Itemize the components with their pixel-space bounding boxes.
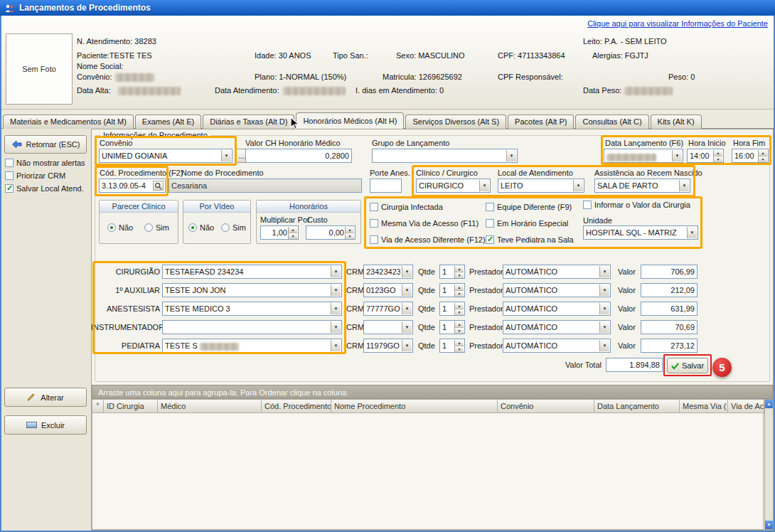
local-atendimento-select[interactable]: LEITO ▼ [498,179,584,193]
patient-info-link[interactable]: Clique aqui para visualizar Informações … [587,19,768,28]
pediatra-valor-field[interactable]: 273,12 [641,339,698,353]
auxiliar-prestador-select[interactable]: AUTOMÁTICO ▼ [503,283,611,297]
auxiliar-valor-field[interactable]: 212,09 [641,283,698,297]
spinner-arrows-icon[interactable]: ▲▼ [454,266,464,277]
column-header-convenio[interactable]: Convênio [498,399,594,413]
chevron-down-icon[interactable]: ▼ [599,340,609,351]
video-sim-radio[interactable]: Sim [221,223,246,232]
clinico-cirurgico-select[interactable]: CIRURGICO ▼ [416,179,491,193]
chevron-down-icon[interactable]: ▼ [599,303,609,314]
instrumentador-valor-field[interactable]: 70,69 [641,320,698,334]
column-header-cod-procedimento[interactable]: Cód. Procedimento [262,399,331,413]
pediatra-prestador-select[interactable]: AUTOMÁTICO ▼ [503,339,611,353]
chevron-down-icon[interactable]: ▼ [221,150,231,161]
equipe-diferente-checkbox[interactable]: Equipe Diferente (F9) [486,203,572,211]
retornar-button[interactable]: Retornar (ESC) [4,135,87,154]
scroll-down-icon[interactable]: ▼ [765,521,773,529]
parecer-nao-radio[interactable]: Não [107,223,133,232]
chevron-down-icon[interactable]: ▼ [506,150,516,161]
search-icon[interactable] [153,181,164,191]
data-lancamento-select[interactable]: ▼ [604,149,683,163]
hora-fim-field[interactable]: 16:00 ▲▼ [732,149,769,163]
tab-pacotes[interactable]: Pacotes (Alt P) [508,115,574,129]
pediatra-crm-select[interactable]: 11979GO ▼ [363,339,413,353]
pediatra-select[interactable]: TESTE S ▼ [162,339,342,353]
auxiliar-qtde-field[interactable]: 1 ▲▼ [439,283,465,297]
nao-mostrar-alertas-checkbox[interactable]: Não mostrar alertas [5,159,85,167]
column-header-medico[interactable]: Médico [158,399,262,413]
column-header-via-de-acesso[interactable]: Via de Acesso [728,399,764,413]
spinner-arrows-icon[interactable]: ▲▼ [454,321,464,333]
mesma-via-acesso-checkbox[interactable]: Mesma Via de Acesso (F11) [370,219,479,228]
instrumentador-select[interactable]: ▼ [162,320,342,334]
video-nao-radio[interactable]: Não [188,223,214,232]
chevron-down-icon[interactable]: ▼ [402,340,412,351]
cirurgia-infectada-checkbox[interactable]: Cirurgia Infectada [370,203,443,211]
cirurgiao-valor-field[interactable]: 706,99 [641,265,698,279]
unidade-select[interactable]: HOSPITAL SQL - MATRIZ ▼ [583,225,698,240]
chevron-down-icon[interactable]: ▼ [687,227,697,238]
spinner-arrows-icon[interactable]: ▲▼ [454,284,464,296]
tab-exames[interactable]: Exames (Alt E) [135,115,201,129]
tab-consultas[interactable]: Consultas (Alt C) [575,115,648,129]
spinner-arrows-icon[interactable]: ▲▼ [345,227,354,238]
chevron-down-icon[interactable]: ▼ [599,266,609,277]
cod-procedimento-field[interactable]: 3.13.09.05-4 [99,179,166,193]
informar-valor-cirurgia-checkbox[interactable]: Informar o Valor da Cirurgia [583,201,690,209]
cirurgiao-select[interactable]: TESTAEFASD 234234 ▼ [162,265,342,279]
chevron-down-icon[interactable]: ▼ [331,303,341,314]
column-header-mesma-via[interactable]: Mesma Via ( [680,399,728,413]
custo-field[interactable]: 0,00 ▲▼ [306,225,356,240]
alterar-button[interactable]: Alterar [4,388,87,407]
salvar-local-atend-checkbox[interactable]: Salvar Local Atend. [5,184,84,193]
anestesista-select[interactable]: TESTE MEDICO 3 ▼ [162,302,342,316]
grid-groupby-bar[interactable]: Arraste uma coluna aqui para agrupa-la. … [92,385,773,399]
chevron-down-icon[interactable]: ▼ [331,321,341,333]
tab-servicos-diversos[interactable]: Serviços Diversos (Alt S) [405,115,506,129]
anestesista-valor-field[interactable]: 631,99 [641,302,698,316]
spinner-arrows-icon[interactable]: ▲▼ [758,150,767,161]
porte-anes-field[interactable] [370,179,402,193]
instrumentador-crm-select[interactable]: ▼ [363,320,413,334]
grid-scrollbar[interactable]: ▲ ▼ [764,399,774,530]
chevron-down-icon[interactable]: ▼ [479,180,489,191]
chevron-down-icon[interactable]: ▼ [331,266,341,277]
anestesista-qtde-field[interactable]: 1 ▲▼ [439,302,465,316]
anestesista-prestador-select[interactable]: AUTOMÁTICO ▼ [503,302,611,316]
auxiliar-crm-select[interactable]: 0123GO ▼ [363,283,413,297]
chevron-down-icon[interactable]: ▼ [672,150,682,161]
multiplicar-por-field[interactable]: 1,00 ▲▼ [260,225,299,240]
spinner-arrows-icon[interactable]: ▲▼ [454,303,464,314]
chevron-down-icon[interactable]: ▼ [331,284,341,296]
column-header-id-cirurgia[interactable]: ID Cirurgia [104,399,158,413]
chevron-down-icon[interactable]: ▼ [402,303,412,314]
spinner-arrows-icon[interactable]: ▲▼ [288,227,297,238]
chevron-down-icon[interactable]: ▼ [679,180,689,191]
teve-pediatra-checkbox[interactable]: Teve Pediatra na Sala [486,235,574,244]
convenio-select[interactable]: UNIMED GOIANIA ▼ [99,149,232,163]
anestesista-crm-select[interactable]: 77777GO ▼ [363,302,413,316]
excluir-button[interactable]: Excluir [4,415,87,435]
tab-diarias-taxas[interactable]: Diárias e Taxas (Alt D) [203,115,294,129]
pediatra-qtde-field[interactable]: 1 ▲▼ [439,339,465,353]
chevron-down-icon[interactable]: ▼ [402,284,412,296]
chevron-down-icon[interactable]: ▼ [402,266,412,277]
salvar-button[interactable]: Salvar [667,358,708,373]
hora-inicio-field[interactable]: 14:00 ▲▼ [687,149,724,163]
chevron-down-icon[interactable]: ▼ [331,340,341,351]
spinner-arrows-icon[interactable]: ▲▼ [713,150,722,161]
spinner-arrows-icon[interactable]: ▲▼ [454,340,464,351]
via-acesso-diferente-checkbox[interactable]: Via de Acesso Diferente (F12) [370,235,486,244]
column-header-nome-procedimento[interactable]: Nome Procedimento [331,399,498,413]
parecer-sim-radio[interactable]: Sim [144,223,169,232]
grupo-lancamento-select[interactable]: ▼ [372,149,518,163]
scroll-up-icon[interactable]: ▲ [765,400,773,408]
chevron-down-icon[interactable]: ▼ [599,321,609,333]
assistencia-select[interactable]: SALA DE PARTO ▼ [594,179,690,193]
instrumentador-qtde-field[interactable]: 1 ▲▼ [439,320,465,334]
tab-kits[interactable]: Kits (Alt K) [651,115,702,129]
chevron-down-icon[interactable]: ▼ [402,321,412,333]
chevron-down-icon[interactable]: ▼ [573,180,583,191]
column-header-data-lancamento[interactable]: Data Lançamento [594,399,680,413]
priorizar-crm-checkbox[interactable]: Priorizar CRM [5,171,65,180]
